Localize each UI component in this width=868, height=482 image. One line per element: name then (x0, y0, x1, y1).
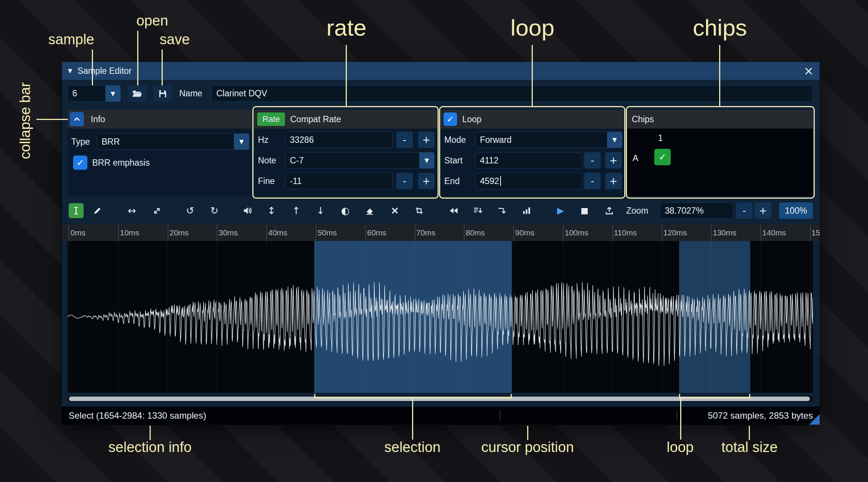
pencil-icon (93, 206, 102, 216)
timeline-ruler[interactable]: 0ms 10ms 20ms 30ms 40ms 50ms 60ms 70ms 8… (62, 225, 820, 241)
screenshot-stage: ▼ Sample Editor × 6 ▼ Name Clarinet DQV (0, 0, 868, 482)
ruler-label: 90ms (515, 228, 534, 237)
loop-end-input[interactable]: 4592 (475, 173, 582, 189)
trim-button[interactable] (412, 203, 427, 218)
shift-up-button[interactable]: ↑ (289, 203, 304, 218)
loop-end-plus-button[interactable]: + (605, 173, 622, 189)
annotation-line-chips (719, 45, 720, 106)
fine-minus-button[interactable]: - (396, 173, 413, 189)
zoom-label: Zoom (626, 203, 648, 218)
loop-checkbox[interactable]: ✓ (444, 112, 457, 126)
annotation-line-collapse-bar (36, 119, 68, 120)
hz-minus-button[interactable]: - (396, 132, 413, 148)
name-input[interactable]: Clarinet DQV (211, 85, 813, 102)
text-caret (500, 176, 501, 186)
annotation-total-size: total size (721, 439, 778, 455)
loop-end-value: 4592 (480, 176, 499, 186)
zoom-input[interactable]: 38.7027% (660, 202, 733, 219)
type-dropdown[interactable]: BRR ▼ (97, 133, 249, 150)
fine-label: Fine (258, 173, 275, 189)
brr-emphasis-checkbox[interactable]: ✓ (73, 156, 87, 170)
loop-start-minus-button[interactable]: - (584, 152, 601, 169)
title-bar[interactable]: ▼ Sample Editor × (62, 62, 820, 80)
resize-button[interactable]: ↔ (124, 203, 139, 218)
hz-value: 33286 (290, 135, 314, 145)
open-button[interactable] (127, 85, 147, 102)
check-icon: ✓ (447, 114, 454, 124)
note-dropdown[interactable]: C-7 ▼ (285, 152, 435, 169)
fine-input[interactable]: -11 (285, 173, 393, 189)
chevron-down-icon[interactable]: ▼ (607, 132, 622, 148)
loop-start-input[interactable]: 4112 (475, 152, 582, 169)
play-button[interactable]: ▶ (553, 203, 568, 218)
annotation-line-rate (346, 45, 347, 106)
filter-button[interactable] (519, 203, 534, 218)
apply-to-selection-button[interactable] (494, 203, 509, 218)
erase-button[interactable] (362, 203, 377, 218)
silence-button[interactable] (387, 203, 402, 218)
loop-mode-value: Forward (480, 135, 511, 145)
window-collapse-icon[interactable]: ▼ (68, 67, 72, 74)
window-title: Sample Editor (78, 66, 132, 76)
loop-panel-header: ✓ Loop (441, 110, 624, 129)
zoom-reset-button[interactable]: 100% (779, 202, 813, 219)
sample-selector[interactable]: 6 ▼ (67, 85, 121, 102)
annotation-line-total-size (749, 426, 750, 440)
zoom-out-button[interactable]: - (736, 202, 753, 219)
fine-value: -11 (290, 176, 302, 186)
crop-icon (415, 206, 424, 215)
waveform-canvas[interactable] (67, 241, 813, 393)
ruler-label: 100ms (565, 228, 588, 237)
annotation-line-cursor-position (527, 426, 528, 440)
ruler-label: 20ms (169, 228, 189, 237)
sample-number: 6 (72, 88, 77, 99)
loop-mode-dropdown[interactable]: Forward ▼ (475, 132, 622, 148)
chips-panel-header: Chips (627, 110, 813, 129)
undo-button[interactable]: ↺ (183, 203, 198, 218)
annotation-line-selection-info (150, 426, 151, 440)
arrow-down-icon: ↓ (316, 206, 325, 216)
loop-end-minus-button[interactable]: - (584, 173, 601, 189)
redo-button[interactable]: ↻ (207, 203, 222, 218)
chip-enable-checkbox[interactable]: ✓ (654, 149, 671, 165)
stop-icon: ■ (581, 207, 589, 215)
close-icon[interactable]: × (804, 65, 814, 77)
window-resize-handle[interactable] (809, 414, 820, 425)
hz-plus-button[interactable]: + (418, 132, 435, 148)
chevron-down-icon[interactable]: ▼ (234, 134, 249, 150)
loop-end-label: End (444, 173, 460, 189)
name-label: Name (179, 85, 202, 102)
shift-down-button[interactable]: ↓ (313, 203, 328, 218)
preview-button[interactable] (240, 203, 255, 218)
rate-panel-title: Compat Rate (290, 110, 341, 129)
chips-panel-title: Chips (632, 110, 654, 129)
status-divider (676, 410, 677, 421)
amplify-button[interactable]: ↕ (264, 203, 279, 218)
total-size-text: 5072 samples, 2853 bytes (708, 407, 813, 425)
stop-button[interactable]: ■ (577, 203, 592, 218)
invert-button[interactable]: ◐ (338, 203, 353, 218)
rate-badge[interactable]: Rate (257, 112, 285, 126)
upload-icon (604, 206, 614, 216)
half-circle-icon: ◐ (341, 206, 350, 216)
collapse-button[interactable] (70, 112, 84, 126)
save-button[interactable] (153, 85, 172, 102)
ruler-label: 0ms (70, 228, 85, 237)
downsample-button[interactable] (471, 203, 486, 218)
select-tool-button[interactable] (69, 203, 84, 218)
chevron-down-icon[interactable]: ▼ (419, 153, 434, 168)
chips-panel: Chips 1 A ✓ (627, 110, 813, 196)
fine-plus-button[interactable]: + (418, 173, 435, 189)
waveform-display[interactable] (67, 241, 813, 393)
floppy-disk-icon (157, 88, 168, 99)
loop-panel-title: Loop (462, 110, 481, 129)
jump-to-start-button[interactable] (446, 203, 461, 218)
zoom-in-button[interactable]: + (755, 202, 771, 219)
resample-button[interactable]: ↔ (149, 203, 164, 218)
draw-tool-button[interactable] (90, 203, 105, 218)
create-instrument-button[interactable] (602, 203, 617, 218)
selection-info-text: Select (1654-2984: 1330 samples) (69, 407, 206, 425)
chevron-down-icon[interactable]: ▼ (105, 85, 120, 102)
loop-start-plus-button[interactable]: + (605, 152, 622, 169)
hz-input[interactable]: 33286 (285, 132, 393, 148)
